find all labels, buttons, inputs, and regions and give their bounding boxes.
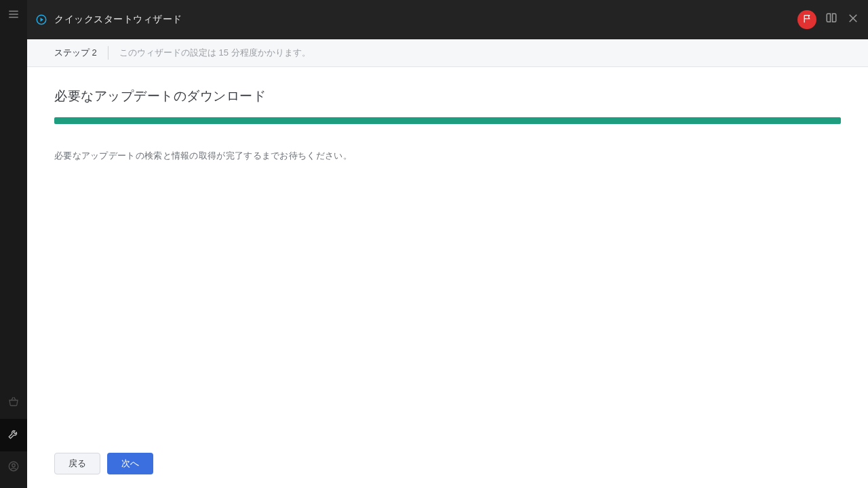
flag-icon xyxy=(802,14,812,26)
hamburger-icon xyxy=(7,8,20,23)
progress-bar xyxy=(54,117,841,124)
subheader: ステップ 2 このウィザードの設定は 15 分程度かかります。 xyxy=(27,39,868,67)
menu-button[interactable] xyxy=(0,0,27,31)
subheader-divider xyxy=(108,46,108,60)
topbar: クイックスタートウィザード xyxy=(27,0,868,39)
footer: 戻る 次へ xyxy=(27,439,868,488)
flag-button[interactable] xyxy=(797,10,816,29)
back-button[interactable]: 戻る xyxy=(54,453,100,474)
sidebar xyxy=(0,0,27,488)
bookmark-button[interactable] xyxy=(825,13,838,26)
close-icon xyxy=(847,12,859,27)
sidebar-item-store[interactable] xyxy=(0,386,27,419)
topbar-actions xyxy=(797,10,860,29)
page-title: クイックスタートウィザード xyxy=(54,14,182,26)
close-button[interactable] xyxy=(846,13,860,26)
sidebar-top xyxy=(0,0,27,31)
svg-point-4 xyxy=(12,464,16,467)
app-logo-icon xyxy=(35,14,47,26)
main-panel: クイックスタートウィザード xyxy=(27,0,868,488)
step-label: ステップ 2 xyxy=(54,47,97,59)
svg-marker-6 xyxy=(41,18,44,22)
content: 必要なアップデートのダウンロード 必要なアップデートの検索と情報の取得が完了する… xyxy=(27,67,868,439)
step-description: このウィザードの設定は 15 分程度かかります。 xyxy=(119,47,311,59)
next-button[interactable]: 次へ xyxy=(107,453,153,474)
content-body-text: 必要なアップデートの検索と情報の取得が完了するまでお待ちください。 xyxy=(54,150,841,162)
basket-icon xyxy=(7,395,20,410)
user-circle-icon xyxy=(7,460,20,475)
sidebar-item-account[interactable] xyxy=(0,451,27,484)
sidebar-bottom xyxy=(0,386,27,488)
wrench-icon xyxy=(7,428,20,443)
topbar-title-wrap: クイックスタートウィザード xyxy=(35,14,182,26)
book-icon xyxy=(825,12,837,27)
content-heading: 必要なアップデートのダウンロード xyxy=(54,87,841,105)
sidebar-item-tools[interactable] xyxy=(0,419,27,451)
